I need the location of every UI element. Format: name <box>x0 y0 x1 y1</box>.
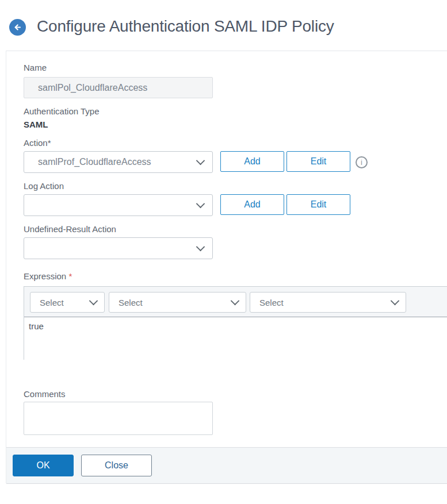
action-add-button[interactable]: Add <box>220 151 284 172</box>
expression-select-3-placeholder: Select <box>250 298 284 307</box>
chevron-down-icon <box>391 297 400 306</box>
log-action-select[interactable] <box>24 194 213 216</box>
required-asterisk: * <box>68 271 72 281</box>
form-panel: Name Authentication Type SAML Action* sa… <box>6 51 447 483</box>
expression-select-3[interactable]: Select <box>250 292 406 313</box>
undefined-result-action-select[interactable] <box>24 237 213 259</box>
page-title: Configure Authentication SAML IDP Policy <box>37 17 334 36</box>
chevron-down-icon <box>196 243 205 252</box>
ok-button[interactable]: OK <box>13 455 74 476</box>
expression-select-1-placeholder: Select <box>30 298 64 307</box>
chevron-down-icon <box>89 297 98 306</box>
action-label: Action* <box>24 138 51 148</box>
expression-editor: Select Select Select true <box>24 286 447 360</box>
expression-label: Expression * <box>24 271 72 281</box>
authentication-type-label: Authentication Type <box>24 106 99 116</box>
expression-select-1[interactable]: Select <box>30 292 105 313</box>
action-select-value: samlProf_CloudflareAccess <box>24 157 151 167</box>
info-icon[interactable]: i <box>356 156 368 168</box>
log-action-add-button[interactable]: Add <box>220 194 284 215</box>
name-label: Name <box>24 63 47 72</box>
name-input[interactable] <box>24 77 213 98</box>
chevron-down-icon <box>231 297 240 306</box>
undefined-result-action-label: Undefined-Result Action <box>24 224 116 234</box>
chevron-down-icon <box>196 199 205 209</box>
configure-saml-idp-policy-page: Configure Authentication SAML IDP Policy… <box>0 0 447 504</box>
form-footer: OK Close <box>6 447 447 484</box>
back-button[interactable] <box>9 19 26 36</box>
action-select[interactable]: samlProf_CloudflareAccess <box>24 151 213 173</box>
comments-input[interactable] <box>24 402 213 435</box>
expression-select-2[interactable]: Select <box>109 292 246 313</box>
log-action-label: Log Action <box>24 181 64 191</box>
arrow-left-icon <box>13 22 22 32</box>
authentication-type-value: SAML <box>24 120 48 129</box>
expression-toolbar: Select Select Select <box>24 287 447 317</box>
log-action-edit-button[interactable]: Edit <box>286 194 350 215</box>
expression-input[interactable]: true <box>24 317 447 360</box>
action-edit-button[interactable]: Edit <box>286 151 350 172</box>
close-button[interactable]: Close <box>81 455 152 476</box>
comments-label: Comments <box>24 389 66 399</box>
chevron-down-icon <box>196 156 205 166</box>
page-header: Configure Authentication SAML IDP Policy <box>0 0 447 51</box>
expression-select-2-placeholder: Select <box>109 298 143 307</box>
